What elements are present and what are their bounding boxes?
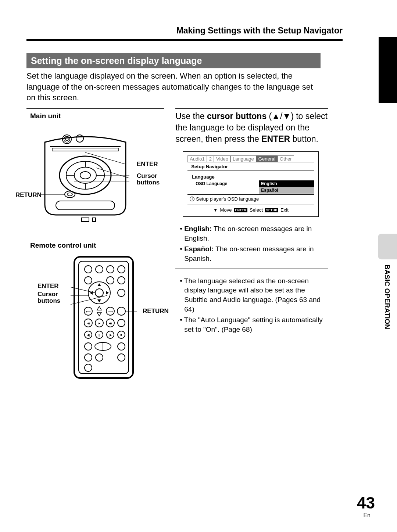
instr-pre: Use the — [175, 111, 207, 121]
svg-text:||: || — [99, 333, 100, 337]
osd-setup-btn: SETUP — [265, 208, 278, 212]
svg-text:◀||: ◀|| — [87, 334, 90, 337]
osd-desc-text: Setup player's OSD language — [196, 196, 259, 202]
osd-option-english: English — [259, 180, 314, 187]
list-item: • Español: The on-screen messages are in… — [180, 244, 328, 263]
osd-tab-language: Language — [230, 155, 256, 162]
osd-move: Move — [220, 207, 232, 213]
osd-tab-general: General — [256, 155, 278, 162]
svg-point-27 — [96, 266, 103, 273]
svg-point-9 — [80, 172, 90, 179]
side-label-english: English — [383, 59, 391, 83]
callout-return: RETURN — [15, 191, 42, 199]
left-column: Main unit — [26, 108, 164, 385]
osd-enter-btn: ENTER — [234, 208, 247, 212]
callout-buttons-2: buttons — [37, 297, 60, 305]
espanol-lead: Español: — [184, 245, 214, 253]
svg-rect-17 — [82, 218, 89, 222]
callout-cursor: Cursor — [137, 172, 157, 180]
svg-point-47 — [118, 319, 125, 327]
osd-tabs: Audio1 2 Video Language General Other — [187, 155, 314, 162]
osd-screenshot: Audio1 2 Video Language General Other Se… — [183, 151, 319, 217]
svg-text:▸: ▸ — [99, 321, 100, 325]
remote-diagram: ⟵ ⟶ ⏮ ▸ ⏭ ◀|| || ||▶ ■ — [26, 253, 162, 385]
section-title-bar: Setting the on-screen display language — [26, 53, 321, 68]
instr-cursor-buttons: cursor buttons — [207, 111, 267, 121]
note-1: The language selected as the on-screen d… — [184, 277, 321, 313]
side-tab-gray — [378, 234, 397, 259]
callout-enter: ENTER — [137, 161, 158, 168]
english-lead: English: — [184, 225, 212, 233]
osd-description: i Setup player's OSD language — [187, 194, 314, 203]
svg-point-62 — [118, 354, 125, 361]
svg-rect-18 — [93, 218, 96, 222]
page-lang: En — [363, 512, 371, 519]
callout-buttons: buttons — [137, 179, 160, 186]
svg-text:||▶: ||▶ — [109, 334, 112, 337]
svg-point-35 — [118, 289, 125, 296]
svg-point-28 — [107, 266, 114, 273]
svg-point-1 — [64, 136, 70, 142]
svg-point-30 — [85, 277, 92, 284]
svg-text:⏮: ⏮ — [87, 321, 90, 325]
svg-rect-5 — [52, 148, 118, 151]
instruction-text: Use the cursor buttons (▲/▼) to select t… — [175, 111, 328, 145]
svg-text:⟵: ⟵ — [86, 310, 91, 313]
callout-cursor-2: Cursor — [37, 291, 58, 298]
svg-point-56 — [85, 343, 92, 350]
svg-point-32 — [118, 277, 125, 284]
notes-list: • The language selected as the on-screen… — [180, 276, 328, 334]
svg-text:⏭: ⏭ — [109, 321, 112, 325]
info-icon: i — [190, 197, 194, 201]
note-2: The "Auto Language" setting is automatic… — [184, 316, 323, 333]
svg-line-19 — [85, 152, 126, 164]
svg-point-29 — [118, 266, 125, 273]
osd-tab-2: 2 — [207, 155, 214, 162]
svg-rect-16 — [56, 201, 115, 210]
down-arrow-icon: ▼ — [213, 207, 218, 213]
osd-tab-other: Other — [278, 155, 294, 162]
instr-post: button. — [290, 134, 318, 144]
svg-point-31 — [107, 277, 114, 284]
svg-text:⟶: ⟶ — [108, 310, 113, 313]
remote-unit-label: Remote control unit — [30, 241, 164, 249]
svg-point-59 — [118, 343, 125, 350]
svg-text:■: ■ — [121, 333, 122, 337]
osd-tab-video: Video — [214, 155, 230, 162]
page-header: Making Settings with the Setup Navigator — [26, 26, 372, 39]
svg-point-60 — [85, 354, 92, 361]
list-item: • The "Auto Language" setting is automat… — [180, 315, 328, 334]
section-intro: Set the language displayed on the screen… — [26, 71, 321, 103]
svg-point-34 — [95, 289, 103, 297]
osd-tab-audio1: Audio1 — [187, 155, 207, 162]
main-unit-label: Main unit — [30, 112, 164, 120]
svg-point-15 — [67, 193, 72, 196]
instr-enter: ENTER — [261, 134, 290, 144]
svg-point-26 — [85, 266, 92, 273]
list-item: • The language selected as the on-screen… — [180, 276, 328, 314]
osd-option-espanol: Español — [259, 187, 314, 194]
svg-point-40 — [117, 307, 125, 315]
osd-osd-language-label: OSD Language — [187, 180, 259, 187]
right-column: Use the cursor buttons (▲/▼) to select t… — [175, 108, 328, 385]
separator — [175, 269, 328, 269]
list-item: • English: The on-screen messages are in… — [180, 224, 328, 243]
svg-rect-25 — [79, 261, 129, 374]
svg-point-63 — [85, 364, 92, 371]
svg-point-14 — [65, 191, 75, 198]
osd-nav-title: Setup Navigator — [187, 162, 314, 170]
side-label-basic-operation: BASIC OPERATION — [383, 265, 391, 329]
main-unit-diagram: ENTER Cursor buttons RETURN — [26, 124, 162, 230]
svg-point-3 — [76, 135, 83, 142]
callout-enter-2: ENTER — [37, 283, 59, 290]
osd-language-heading: Language — [187, 170, 314, 180]
callout-return-2: RETURN — [143, 308, 169, 315]
osd-footer: ▼ Move ENTER Select SETUP Exit — [187, 205, 314, 213]
page-number: 43 — [357, 494, 375, 512]
osd-exit: Exit — [280, 207, 289, 213]
language-description-list: • English: The on-screen messages are in… — [180, 224, 328, 263]
svg-line-21 — [96, 168, 129, 178]
header-rule — [26, 39, 343, 41]
osd-select: Select — [250, 207, 263, 213]
svg-point-61 — [96, 354, 103, 361]
